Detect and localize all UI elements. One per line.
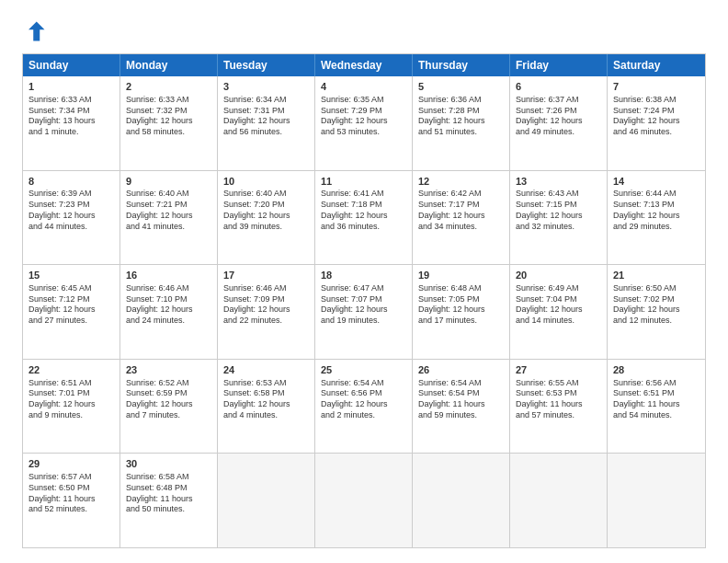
day-number: 26: [418, 363, 504, 377]
calendar-cell: 28Sunrise: 6:56 AMSunset: 6:51 PMDayligh…: [608, 360, 705, 454]
calendar: SundayMondayTuesdayWednesdayThursdayFrid…: [22, 53, 706, 548]
day-number: 30: [126, 457, 211, 471]
calendar-cell: 3Sunrise: 6:34 AMSunset: 7:31 PMDaylight…: [218, 76, 315, 170]
calendar-cell: 1Sunrise: 6:33 AMSunset: 7:34 PMDaylight…: [23, 76, 120, 170]
day-number: 1: [28, 80, 114, 94]
calendar-cell: [510, 454, 608, 547]
page: SundayMondayTuesdayWednesdayThursdayFrid…: [0, 0, 728, 563]
cell-info: Sunrise: 6:55 AMSunset: 6:53 PMDaylight:…: [516, 378, 601, 421]
header: [22, 18, 706, 44]
cell-info: Sunrise: 6:46 AMSunset: 7:10 PMDaylight:…: [126, 283, 211, 327]
calendar-cell: 18Sunrise: 6:47 AMSunset: 7:07 PMDayligh…: [315, 265, 413, 359]
day-number: 2: [126, 80, 211, 94]
day-number: 3: [223, 80, 309, 94]
day-number: 29: [28, 457, 114, 471]
logo-icon: [22, 18, 48, 44]
calendar-cell: 13Sunrise: 6:43 AMSunset: 7:15 PMDayligh…: [510, 171, 608, 265]
calendar-cell: 19Sunrise: 6:48 AMSunset: 7:05 PMDayligh…: [413, 265, 510, 359]
day-number: 8: [28, 175, 114, 189]
weekday-header: Friday: [510, 54, 608, 76]
calendar-cell: 17Sunrise: 6:46 AMSunset: 7:09 PMDayligh…: [218, 265, 315, 359]
cell-info: Sunrise: 6:36 AMSunset: 7:28 PMDaylight:…: [418, 95, 504, 138]
calendar-cell: 11Sunrise: 6:41 AMSunset: 7:18 PMDayligh…: [315, 171, 413, 265]
calendar-cell: 27Sunrise: 6:55 AMSunset: 6:53 PMDayligh…: [510, 360, 608, 454]
cell-info: Sunrise: 6:38 AMSunset: 7:24 PMDaylight:…: [613, 95, 700, 138]
cell-info: Sunrise: 6:51 AMSunset: 7:01 PMDaylight:…: [28, 378, 114, 421]
cell-info: Sunrise: 6:53 AMSunset: 6:58 PMDaylight:…: [223, 378, 309, 421]
day-number: 10: [223, 175, 309, 189]
cell-info: Sunrise: 6:42 AMSunset: 7:17 PMDaylight:…: [418, 189, 504, 232]
day-number: 21: [613, 269, 700, 282]
calendar-row: 22Sunrise: 6:51 AMSunset: 7:01 PMDayligh…: [23, 359, 705, 454]
weekday-header: Sunday: [23, 54, 120, 76]
calendar-cell: [608, 454, 705, 547]
day-number: 15: [28, 269, 114, 282]
weekday-header: Wednesday: [315, 54, 413, 76]
cell-info: Sunrise: 6:54 AMSunset: 6:54 PMDaylight:…: [418, 378, 504, 421]
day-number: 16: [126, 269, 211, 282]
day-number: 22: [28, 363, 114, 377]
cell-info: Sunrise: 6:58 AMSunset: 6:48 PMDaylight:…: [126, 472, 211, 515]
day-number: 9: [126, 175, 211, 189]
cell-info: Sunrise: 6:39 AMSunset: 7:23 PMDaylight:…: [28, 189, 114, 232]
calendar-body: 1Sunrise: 6:33 AMSunset: 7:34 PMDaylight…: [23, 76, 705, 547]
day-number: 11: [321, 175, 406, 189]
cell-info: Sunrise: 6:33 AMSunset: 7:34 PMDaylight:…: [28, 95, 114, 138]
day-number: 5: [418, 80, 504, 94]
cell-info: Sunrise: 6:54 AMSunset: 6:56 PMDaylight:…: [321, 378, 406, 421]
calendar-cell: [218, 454, 315, 547]
calendar-cell: 15Sunrise: 6:45 AMSunset: 7:12 PMDayligh…: [23, 265, 120, 359]
calendar-cell: 21Sunrise: 6:50 AMSunset: 7:02 PMDayligh…: [608, 265, 705, 359]
calendar-cell: 26Sunrise: 6:54 AMSunset: 6:54 PMDayligh…: [413, 360, 510, 454]
calendar-cell: [413, 454, 510, 547]
calendar-cell: 25Sunrise: 6:54 AMSunset: 6:56 PMDayligh…: [315, 360, 413, 454]
cell-info: Sunrise: 6:35 AMSunset: 7:29 PMDaylight:…: [321, 95, 406, 138]
calendar-cell: 12Sunrise: 6:42 AMSunset: 7:17 PMDayligh…: [413, 171, 510, 265]
day-number: 7: [613, 80, 700, 94]
calendar-cell: 10Sunrise: 6:40 AMSunset: 7:20 PMDayligh…: [218, 171, 315, 265]
calendar-header: SundayMondayTuesdayWednesdayThursdayFrid…: [23, 54, 705, 76]
cell-info: Sunrise: 6:40 AMSunset: 7:21 PMDaylight:…: [126, 189, 211, 232]
cell-info: Sunrise: 6:37 AMSunset: 7:26 PMDaylight:…: [516, 95, 601, 138]
day-number: 12: [418, 175, 504, 189]
cell-info: Sunrise: 6:48 AMSunset: 7:05 PMDaylight:…: [418, 283, 504, 327]
calendar-cell: [315, 454, 413, 547]
calendar-cell: 6Sunrise: 6:37 AMSunset: 7:26 PMDaylight…: [510, 76, 608, 170]
cell-info: Sunrise: 6:40 AMSunset: 7:20 PMDaylight:…: [223, 189, 309, 232]
calendar-cell: 9Sunrise: 6:40 AMSunset: 7:21 PMDaylight…: [120, 171, 218, 265]
cell-info: Sunrise: 6:46 AMSunset: 7:09 PMDaylight:…: [223, 283, 309, 327]
cell-info: Sunrise: 6:56 AMSunset: 6:51 PMDaylight:…: [613, 378, 700, 421]
cell-info: Sunrise: 6:52 AMSunset: 6:59 PMDaylight:…: [126, 378, 211, 421]
calendar-row: 15Sunrise: 6:45 AMSunset: 7:12 PMDayligh…: [23, 264, 705, 359]
day-number: 27: [516, 363, 601, 377]
cell-info: Sunrise: 6:47 AMSunset: 7:07 PMDaylight:…: [321, 283, 406, 327]
calendar-cell: 22Sunrise: 6:51 AMSunset: 7:01 PMDayligh…: [23, 360, 120, 454]
cell-info: Sunrise: 6:57 AMSunset: 6:50 PMDaylight:…: [28, 472, 114, 515]
day-number: 14: [613, 175, 700, 189]
weekday-header: Monday: [120, 54, 218, 76]
day-number: 18: [321, 269, 406, 282]
day-number: 6: [516, 80, 601, 94]
calendar-cell: 29Sunrise: 6:57 AMSunset: 6:50 PMDayligh…: [23, 454, 120, 547]
cell-info: Sunrise: 6:45 AMSunset: 7:12 PMDaylight:…: [28, 283, 114, 327]
calendar-row: 1Sunrise: 6:33 AMSunset: 7:34 PMDaylight…: [23, 76, 705, 170]
day-number: 19: [418, 269, 504, 282]
day-number: 24: [223, 363, 309, 377]
calendar-cell: 24Sunrise: 6:53 AMSunset: 6:58 PMDayligh…: [218, 360, 315, 454]
cell-info: Sunrise: 6:44 AMSunset: 7:13 PMDaylight:…: [613, 189, 700, 232]
day-number: 28: [613, 363, 700, 377]
cell-info: Sunrise: 6:41 AMSunset: 7:18 PMDaylight:…: [321, 189, 406, 232]
day-number: 17: [223, 269, 309, 282]
cell-info: Sunrise: 6:34 AMSunset: 7:31 PMDaylight:…: [223, 95, 309, 138]
cell-info: Sunrise: 6:43 AMSunset: 7:15 PMDaylight:…: [516, 189, 601, 232]
day-number: 13: [516, 175, 601, 189]
calendar-cell: 14Sunrise: 6:44 AMSunset: 7:13 PMDayligh…: [608, 171, 705, 265]
calendar-cell: 23Sunrise: 6:52 AMSunset: 6:59 PMDayligh…: [120, 360, 218, 454]
weekday-header: Thursday: [413, 54, 510, 76]
logo: [22, 18, 51, 44]
day-number: 25: [321, 363, 406, 377]
weekday-header: Saturday: [608, 54, 705, 76]
cell-info: Sunrise: 6:33 AMSunset: 7:32 PMDaylight:…: [126, 95, 211, 138]
cell-info: Sunrise: 6:50 AMSunset: 7:02 PMDaylight:…: [613, 283, 700, 327]
calendar-row: 8Sunrise: 6:39 AMSunset: 7:23 PMDaylight…: [23, 170, 705, 265]
